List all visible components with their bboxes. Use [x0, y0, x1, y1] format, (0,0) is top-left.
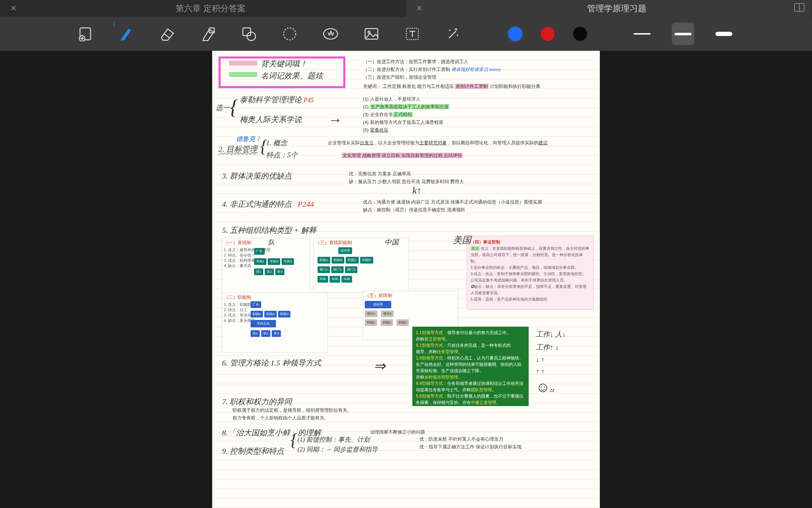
section-8: 8.「治大国如烹小鲜」的理解 治理国家不断修正小的问题 [222, 428, 590, 440]
tab-title: 管理学原理习题 [430, 3, 803, 14]
stroke-thin[interactable] [631, 23, 653, 45]
s2-sub1: 1. 概念 [266, 138, 287, 148]
s9-title: 9. 控制类型和特点 [222, 447, 284, 455]
tab-title: 第六章 定积分答案 [24, 3, 397, 14]
s3-right: 优：完整信息 方案多 正确率高 缺：服从压力 少数人驾驭 责任不清 花费较多时间… [349, 171, 464, 185]
brace-icon: { [290, 435, 297, 444]
s5-title: 5. 五种组织结构类型 + 解释 [222, 226, 316, 235]
s3-title: 3. 群体决策的优缺点 [222, 171, 292, 180]
tab-bar: ✕ 第六章 定积分答案 ✕ 管理学原理习题 [0, 0, 812, 17]
app-root: ✕ 第六章 定积分答案 ✕ 管理学原理习题 ᛒ [0, 0, 812, 508]
toolbar: ᛒ [0, 17, 812, 51]
pink-highlight [229, 61, 257, 66]
hr-1: （一）改进工作方法：按照工作要求，挑选培训工人 [363, 59, 501, 65]
svg-point-7 [247, 32, 256, 41]
magic-tool-icon[interactable] [442, 23, 465, 45]
s2-sub2: 特点：5个 [266, 150, 298, 160]
section-3: 3. 群体决策的优缺点 优：完整信息 方案多 正确率高 缺：服从压力 少数人驾驭… [222, 171, 590, 188]
brace-icon: { [230, 102, 238, 112]
image-tool-icon[interactable] [360, 23, 383, 45]
s7-body: 职权属于权力的法定权，是领导权，组织授管理职位有关。 权力专有权，个人影响权由个… [233, 407, 590, 421]
highlighter-tool-icon[interactable] [197, 23, 219, 45]
s9-adv: 优：防患未然 不针对某人不会有心理压力 优：指导下属正确方法工作 保证计划执行目… [419, 436, 522, 450]
svg-point-11 [368, 31, 370, 33]
svg-line-4 [164, 34, 170, 38]
hr-note: 谁表现好给谁多点 money [451, 67, 501, 72]
s1-b: 梅奥人际关系学说 [240, 114, 302, 125]
color-blue[interactable] [508, 27, 522, 41]
stamp-tool-icon[interactable] [319, 23, 342, 45]
org-1: （一）直线制 队 1. 含义：最简单的结构类型2. 特点：命令统一3. 优点：机… [222, 238, 310, 294]
text-tool-icon[interactable] [401, 23, 424, 45]
header-line1: 背关键词哦！ [261, 59, 307, 69]
section-4: k↑ 4. 非正式沟通的特点 P244 优点：沟通方便 速度快 内容广泛 方式灵… [222, 199, 590, 219]
green-panel: 1.1型领导方式：领导者付出最小的努力完成工作。亦称贫乏型管理。 9.1型领导方… [412, 327, 529, 406]
org-4-panel: 美国 （四）事业部制 含义 含义：在直线职能制框架基础上，设置具独立性、自主经营… [467, 236, 593, 310]
color-black[interactable] [573, 27, 587, 41]
s4-title: 4. 非正式沟通的特点 P244 [222, 200, 314, 208]
stroke-medium[interactable] [672, 23, 694, 45]
bluetooth-icon: ᛒ [113, 21, 116, 28]
s2-title: 2. 目标管理 [219, 144, 257, 155]
s6-grid: 工作↓ 人↓ 工作↑ ↓ ↓ ↑ ↑ ↑ ☺zz [536, 329, 566, 395]
s8-note: 治理国家不断修正小的问题 [370, 429, 425, 435]
hr-2: （二）改进分配方法：实行差别计件工资制 谁表现好给谁多点 money [363, 66, 501, 73]
s6-title: 6. 管理方格论 1.5 种领导方式 [222, 358, 321, 367]
arrow-icon: → [328, 111, 342, 128]
hr-3: （三）改进生产组织，加强企业管理 [363, 74, 501, 80]
face-icon: ☺zz [536, 379, 566, 395]
color-red[interactable] [541, 27, 555, 41]
section-6: 6. 管理方格论 1.5 种领导方式 ⇒ 1.1型领导方式：领导者付出最小的努力… [222, 358, 590, 375]
header-right: （一）改进工作方法：按照工作要求，挑选培训工人 （二）改进分配方法：实行差别计件… [363, 59, 501, 80]
tab-left[interactable]: ✕ 第六章 定积分答案 [0, 0, 406, 17]
lasso-tool-icon[interactable] [278, 23, 301, 45]
section-7: 7. 职权和权力的异同 职权属于权力的法定权，是领导权，组织授管理职位有关。 权… [222, 397, 590, 421]
close-icon[interactable]: ✕ [8, 4, 18, 13]
s7-title: 7. 职权和权力的异同 [222, 397, 292, 406]
section-9: 9. 控制类型和特点 { (1) 前馈控制：事先、计划 (2) 同期：→ 同步监… [222, 446, 590, 474]
org-charts: （一）直线制 队 1. 含义：最简单的结构类型2. 特点：命令统一3. 优点：机… [222, 238, 590, 354]
header-block: 背关键词哦！ 名词记效果、题炫 （一）改进工作方法：按照工作要求，挑选培训工人 … [222, 56, 590, 88]
eraser-tool-icon[interactable] [156, 23, 178, 45]
svg-point-8 [284, 28, 296, 40]
org-3: （三）直线职能制 中国 总经理 职能A 职能B 职能C 职能D 部门1 部门2 … [314, 238, 409, 292]
canvas-area[interactable]: 背关键词哦！ 名词记效果、题炫 （一）改进工作方法：按照工作要求，挑选培训工人 … [0, 51, 812, 508]
s9-sub: (1) 前馈控制：事先、计划 (2) 同期：→ 同步监督和指导 [297, 435, 378, 454]
svg-rect-6 [243, 28, 251, 36]
s2-feat: 文化管理 战略管理 设立目标 实现目标管理的过程 总结评价 [342, 152, 463, 159]
add-page-icon[interactable] [74, 23, 97, 45]
pen-tool-icon[interactable]: ᛒ [115, 23, 137, 45]
svg-point-9 [324, 29, 338, 39]
note-page: 背关键词哦！ 名词记效果、题炫 （一）改进工作方法：按照工作要求，挑选培训工人 … [212, 51, 600, 508]
header-keywords: 关键词： 工作定额 标准化 能力与工作相适应 差别计件工资制 计划职能和执行职能… [363, 83, 540, 90]
tab-right[interactable]: ✕ 管理学原理习题 [406, 0, 812, 17]
sketch-mark: k↑ [412, 185, 422, 196]
org-2: （二）职能制 1. 含义：职能部门2. 特点：分工3. 优点：专业化4. 缺点：… [222, 292, 328, 352]
section-5: 5. 五种组织结构类型 + 解释 （一）直线制 队 1. 含义：最简单的结构类型… [222, 225, 590, 354]
split-view-icon[interactable] [794, 3, 805, 14]
stroke-thick[interactable] [713, 23, 735, 45]
header-line2: 名词记效果、题炫 [261, 71, 323, 81]
close-icon[interactable]: ✕ [414, 4, 424, 13]
s1-a: 泰勒科学管理理论 P45 [240, 95, 314, 105]
arrow-icon: ⇒ [374, 358, 386, 374]
s1-points: (1) 人是社会人，不是经济人 (2) 生产效率高低取决于工人的效率和态度 (3… [363, 96, 449, 133]
s2-tag: 德鲁克！ [236, 135, 262, 143]
s4-right: 优点：沟通方便 速度快 内容广泛 方式灵活 传播不正式沟通的信息（小道信息）真情… [363, 199, 542, 213]
section-1: 选一 { 泰勒科学管理理论 P45 梅奥人际关系学说 → (1) 人是社会人，不… [222, 95, 590, 133]
shape-tool-icon[interactable] [238, 23, 260, 45]
s2-concept: 企业管理从实际出发点，以大企业管理经验为主要研究对象，加以概括和理论化，向管理人… [328, 140, 548, 146]
section-2: 德鲁克！ 2. 目标管理 { 1. 概念 特点：5个 企业管理从实际出发点，以大… [222, 140, 590, 164]
green-highlight [229, 72, 257, 77]
s1-pick: 选一 [216, 103, 230, 113]
